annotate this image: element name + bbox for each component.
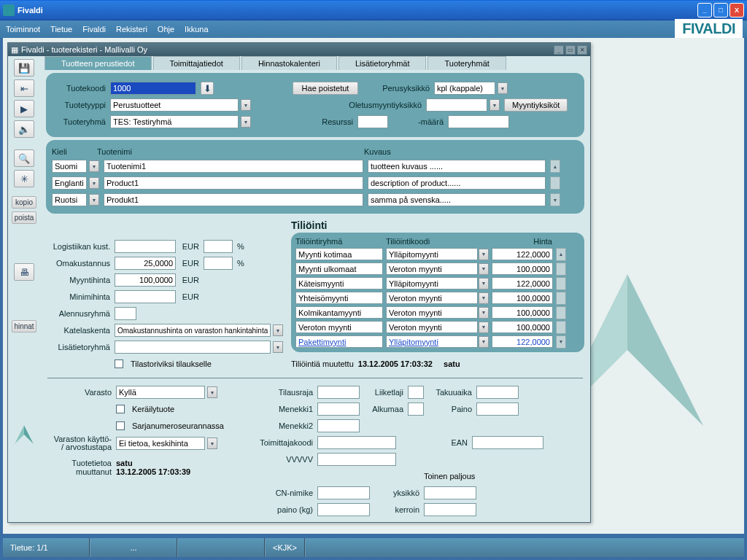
alennusryhma-input[interactable] <box>115 307 136 320</box>
menu-fivaldi[interactable]: Fivaldi <box>82 25 106 34</box>
tili-koodi-select[interactable]: Ylläpitomyynti <box>386 248 478 260</box>
tuoteryhma-select[interactable] <box>110 115 239 128</box>
dropdown-icon[interactable]: ▼ <box>489 99 500 111</box>
tuotenimi-input[interactable] <box>104 160 363 173</box>
menu-toiminnot[interactable]: Toiminnot <box>6 25 40 34</box>
lang-select[interactable] <box>52 176 87 190</box>
maara-input[interactable] <box>448 115 509 128</box>
forward-icon[interactable]: ▶ <box>14 100 34 117</box>
tuotenimi-input[interactable] <box>104 193 363 206</box>
dropdown-icon[interactable]: ▼ <box>479 292 489 304</box>
copy-button[interactable]: kopio <box>12 196 36 209</box>
lang-select[interactable] <box>52 193 87 206</box>
tili-hinta-input[interactable] <box>492 248 553 260</box>
tili-ryhma-cell[interactable]: Yhteisömyynti <box>295 292 383 304</box>
dropdown-icon[interactable]: ▼ <box>207 386 217 398</box>
yksikko-input[interactable] <box>424 486 476 499</box>
dropdown-icon[interactable]: ▼ <box>273 324 283 336</box>
tab-lisatieto[interactable]: Lisätietoryhmät <box>338 56 427 70</box>
tili-ryhma-cell[interactable]: Kolmikantamyynti <box>295 306 383 319</box>
minimize-button[interactable]: _ <box>697 3 712 18</box>
tab-toimittaja[interactable]: Toimittajatiedot <box>153 56 240 70</box>
varasto-select[interactable] <box>116 386 205 399</box>
sound-icon[interactable]: 🔈 <box>14 120 34 138</box>
maximize-button[interactable]: □ <box>713 3 728 18</box>
dropdown-icon[interactable]: ▼ <box>498 82 508 94</box>
lang-select[interactable] <box>52 160 87 173</box>
tili-ryhma-cell[interactable]: Veroton myynti <box>295 321 383 333</box>
paino-input[interactable] <box>476 402 519 416</box>
scroll-handle-icon[interactable] <box>556 306 566 319</box>
tili-koodi-select[interactable]: Veroton myynti <box>386 306 478 319</box>
dropdown-icon[interactable]: ▼ <box>89 194 99 206</box>
resurssi-input[interactable] <box>357 115 388 128</box>
scroll-handle-icon[interactable] <box>556 292 566 305</box>
tili-ryhma-cell[interactable]: Käteismyynti <box>295 277 383 289</box>
myyntiyksikot-button[interactable]: Myyntiyksiköt <box>504 98 568 112</box>
kaytto-select[interactable] <box>116 437 205 450</box>
menu-ikkuna[interactable]: Ikkuna <box>185 25 208 34</box>
tab-perustiedot[interactable]: Tuotteen perustiedot <box>44 56 152 70</box>
oletusmyyntiyksikko-select[interactable] <box>426 98 487 112</box>
save-icon[interactable]: 💾 <box>14 59 34 77</box>
dropdown-icon[interactable]: ▼ <box>479 307 489 319</box>
takuuaika-input[interactable] <box>476 386 519 399</box>
tili-ryhma-cell[interactable]: Pakettimyynti <box>295 335 383 348</box>
menu-tietue[interactable]: Tietue <box>50 25 72 34</box>
toimittajakoodi-input[interactable] <box>317 436 396 449</box>
tili-ryhma-cell[interactable]: Myynti ulkomaat <box>295 262 383 275</box>
dropdown-icon[interactable]: ▼ <box>89 160 99 172</box>
sarjanumero-checkbox[interactable] <box>116 421 125 430</box>
alkumaa-input[interactable] <box>408 402 424 416</box>
dropdown-icon[interactable]: ▼ <box>207 438 217 449</box>
tuotekoodi-lookup-icon[interactable]: ⬇ <box>201 82 214 95</box>
tili-hinta-input[interactable] <box>492 306 553 319</box>
cn-nimike-input[interactable] <box>317 486 370 499</box>
inner-close-button[interactable]: ✕ <box>577 45 587 55</box>
kerroin-input[interactable] <box>424 503 476 516</box>
tili-koodi-select[interactable]: Ylläpitomyynti <box>386 277 478 289</box>
dropdown-icon[interactable]: ▼ <box>241 99 251 111</box>
dropdown-icon[interactable]: ▼ <box>479 263 489 275</box>
scroll-handle-icon[interactable] <box>556 321 566 334</box>
dropdown-icon[interactable]: ▼ <box>479 278 489 289</box>
new-icon[interactable]: ✳ <box>14 170 34 187</box>
scroll-down-icon[interactable]: ▼ <box>550 193 560 206</box>
tili-hinta-input[interactable] <box>492 277 553 289</box>
paino-kg-input[interactable] <box>317 503 370 516</box>
tili-ryhma-cell[interactable]: Myynti kotimaa <box>295 248 383 260</box>
dropdown-icon[interactable]: ▼ <box>479 249 489 260</box>
menu-ohje[interactable]: Ohje <box>158 25 174 34</box>
scroll-up-icon[interactable]: ▲ <box>550 160 560 173</box>
print-icon[interactable]: 🖶 <box>14 263 34 281</box>
delete-button[interactable]: poista <box>12 211 36 224</box>
myyntihinta-input[interactable] <box>115 273 176 287</box>
minimihinta-input[interactable] <box>115 290 176 303</box>
dropdown-icon[interactable]: ▼ <box>479 336 489 348</box>
scroll-up-icon[interactable]: ▲ <box>556 248 566 261</box>
kuvaus-input[interactable] <box>368 193 546 206</box>
inner-maximize-button[interactable]: ▭ <box>565 45 576 55</box>
kerailytuote-checkbox[interactable] <box>116 405 125 413</box>
logistiikan-pct-input[interactable] <box>204 240 233 253</box>
tilastoriviksi-checkbox[interactable] <box>115 359 123 368</box>
back-icon[interactable]: ⇤ <box>14 79 34 97</box>
tilausraja-input[interactable] <box>317 386 360 399</box>
omakustannus-pct-input[interactable] <box>204 257 233 270</box>
tuotekoodi-input[interactable] <box>110 82 196 95</box>
liiketlaji-input[interactable] <box>408 386 424 399</box>
ean-input[interactable] <box>472 436 543 449</box>
tili-hinta-input[interactable] <box>492 335 553 348</box>
omakustannus-input[interactable] <box>115 257 176 270</box>
dropdown-icon[interactable]: ▼ <box>241 116 251 128</box>
prices-button[interactable]: hinnat <box>12 320 36 332</box>
scroll-handle-icon[interactable] <box>556 262 566 276</box>
tab-hinnasto[interactable]: Hinnastokalenteri <box>241 56 337 70</box>
tab-tuoteryhmat[interactable]: Tuoteryhmät <box>427 56 506 70</box>
menekki1-input[interactable] <box>317 402 360 416</box>
close-button[interactable]: X <box>729 3 744 18</box>
logistiikan-input[interactable] <box>115 240 176 253</box>
dropdown-icon[interactable]: ▼ <box>89 177 99 189</box>
menu-rekisteri[interactable]: Rekisteri <box>116 25 147 34</box>
tili-koodi-select[interactable]: Ylläpitomyynti <box>386 335 478 348</box>
